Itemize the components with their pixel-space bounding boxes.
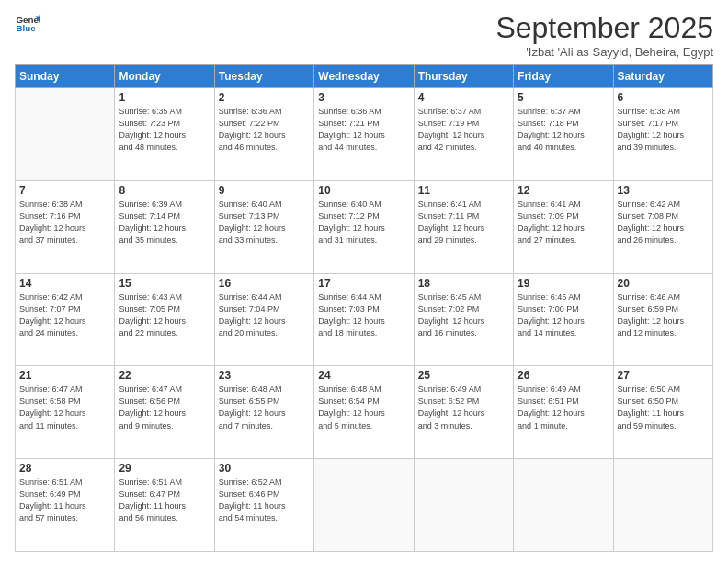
day-number: 18 [418,277,509,290]
calendar-cell: 5Sunrise: 6:37 AM Sunset: 7:18 PM Daylig… [514,88,613,181]
day-number: 24 [318,369,409,382]
day-number: 10 [318,184,409,197]
calendar-cell: 14Sunrise: 6:42 AM Sunset: 7:07 PM Dayli… [16,273,115,366]
day-number: 6 [618,91,709,104]
day-info: Sunrise: 6:51 AM Sunset: 6:47 PM Dayligh… [119,477,210,524]
day-number: 13 [618,184,709,197]
day-info: Sunrise: 6:40 AM Sunset: 7:12 PM Dayligh… [318,199,409,247]
calendar-header-row: SundayMondayTuesdayWednesdayThursdayFrid… [16,65,713,88]
day-number: 1 [119,91,210,104]
subtitle: 'Izbat 'Ali as Sayyid, Beheira, Egypt [495,45,713,59]
day-number: 29 [119,462,210,475]
day-number: 11 [418,184,509,197]
day-info: Sunrise: 6:49 AM Sunset: 6:51 PM Dayligh… [518,384,609,431]
calendar-header-wednesday: Wednesday [314,65,414,88]
calendar-cell: 9Sunrise: 6:40 AM Sunset: 7:13 PM Daylig… [214,180,313,273]
day-number: 30 [219,462,310,475]
logo: General Blue [15,11,40,37]
calendar-week-row: 1Sunrise: 6:35 AM Sunset: 7:23 PM Daylig… [16,88,713,181]
calendar-cell: 27Sunrise: 6:50 AM Sunset: 6:50 PM Dayli… [613,366,712,459]
day-info: Sunrise: 6:37 AM Sunset: 7:19 PM Dayligh… [418,106,509,154]
calendar-header-saturday: Saturday [613,65,712,88]
logo-icon: General Blue [15,11,40,37]
day-number: 3 [318,91,409,104]
calendar-cell [514,459,613,552]
calendar-cell: 18Sunrise: 6:45 AM Sunset: 7:02 PM Dayli… [414,273,513,366]
day-info: Sunrise: 6:43 AM Sunset: 7:05 PM Dayligh… [119,292,210,339]
page: General Blue September 2025 'Izbat 'Ali … [0,0,728,563]
calendar-cell: 20Sunrise: 6:46 AM Sunset: 6:59 PM Dayli… [613,273,712,366]
day-number: 26 [518,369,609,382]
calendar-cell: 2Sunrise: 6:36 AM Sunset: 7:22 PM Daylig… [214,88,313,181]
day-info: Sunrise: 6:47 AM Sunset: 6:56 PM Dayligh… [119,384,210,431]
day-info: Sunrise: 6:52 AM Sunset: 6:46 PM Dayligh… [219,477,310,524]
day-number: 19 [518,277,609,290]
calendar-cell: 16Sunrise: 6:44 AM Sunset: 7:04 PM Dayli… [214,273,313,366]
calendar-cell: 21Sunrise: 6:47 AM Sunset: 6:58 PM Dayli… [16,366,115,459]
day-info: Sunrise: 6:42 AM Sunset: 7:08 PM Dayligh… [618,199,709,247]
title-block: September 2025 'Izbat 'Ali as Sayyid, Be… [495,11,713,59]
calendar-header-sunday: Sunday [16,65,115,88]
day-number: 17 [318,277,409,290]
header: General Blue September 2025 'Izbat 'Ali … [15,11,713,59]
day-info: Sunrise: 6:36 AM Sunset: 7:22 PM Dayligh… [219,106,310,154]
calendar-cell [414,459,513,552]
day-info: Sunrise: 6:50 AM Sunset: 6:50 PM Dayligh… [618,384,709,431]
day-number: 23 [219,369,310,382]
calendar-week-row: 7Sunrise: 6:38 AM Sunset: 7:16 PM Daylig… [16,180,713,273]
day-info: Sunrise: 6:47 AM Sunset: 6:58 PM Dayligh… [19,384,110,431]
calendar-cell: 1Sunrise: 6:35 AM Sunset: 7:23 PM Daylig… [115,88,214,181]
calendar-cell: 4Sunrise: 6:37 AM Sunset: 7:19 PM Daylig… [414,88,513,181]
day-info: Sunrise: 6:46 AM Sunset: 6:59 PM Dayligh… [618,292,709,339]
calendar-cell: 30Sunrise: 6:52 AM Sunset: 6:46 PM Dayli… [214,459,313,552]
calendar-cell: 25Sunrise: 6:49 AM Sunset: 6:52 PM Dayli… [414,366,513,459]
day-number: 14 [19,277,110,290]
day-number: 22 [119,369,210,382]
day-number: 28 [19,462,110,475]
day-number: 5 [518,91,609,104]
day-number: 16 [219,277,310,290]
day-number: 15 [119,277,210,290]
calendar-cell: 23Sunrise: 6:48 AM Sunset: 6:55 PM Dayli… [214,366,313,459]
calendar-week-row: 21Sunrise: 6:47 AM Sunset: 6:58 PM Dayli… [16,366,713,459]
calendar-cell: 29Sunrise: 6:51 AM Sunset: 6:47 PM Dayli… [115,459,214,552]
day-info: Sunrise: 6:35 AM Sunset: 7:23 PM Dayligh… [119,106,210,154]
calendar-cell: 8Sunrise: 6:39 AM Sunset: 7:14 PM Daylig… [115,180,214,273]
calendar-cell: 3Sunrise: 6:36 AM Sunset: 7:21 PM Daylig… [314,88,414,181]
day-number: 20 [618,277,709,290]
calendar-cell: 15Sunrise: 6:43 AM Sunset: 7:05 PM Dayli… [115,273,214,366]
calendar-week-row: 28Sunrise: 6:51 AM Sunset: 6:49 PM Dayli… [16,459,713,552]
calendar-cell: 24Sunrise: 6:48 AM Sunset: 6:54 PM Dayli… [314,366,414,459]
calendar-header-thursday: Thursday [414,65,513,88]
calendar-week-row: 14Sunrise: 6:42 AM Sunset: 7:07 PM Dayli… [16,273,713,366]
month-title: September 2025 [495,11,713,45]
calendar-cell: 12Sunrise: 6:41 AM Sunset: 7:09 PM Dayli… [514,180,613,273]
svg-text:Blue: Blue [16,23,36,33]
calendar-cell: 6Sunrise: 6:38 AM Sunset: 7:17 PM Daylig… [613,88,712,181]
calendar-header-friday: Friday [514,65,613,88]
day-info: Sunrise: 6:38 AM Sunset: 7:17 PM Dayligh… [618,106,709,154]
day-info: Sunrise: 6:45 AM Sunset: 7:00 PM Dayligh… [518,292,609,339]
day-info: Sunrise: 6:42 AM Sunset: 7:07 PM Dayligh… [19,292,110,339]
calendar-cell: 19Sunrise: 6:45 AM Sunset: 7:00 PM Dayli… [514,273,613,366]
day-info: Sunrise: 6:39 AM Sunset: 7:14 PM Dayligh… [119,199,210,247]
day-info: Sunrise: 6:37 AM Sunset: 7:18 PM Dayligh… [518,106,609,154]
day-number: 7 [19,184,110,197]
calendar-cell: 28Sunrise: 6:51 AM Sunset: 6:49 PM Dayli… [16,459,115,552]
day-number: 8 [119,184,210,197]
day-info: Sunrise: 6:51 AM Sunset: 6:49 PM Dayligh… [19,477,110,524]
calendar-cell: 10Sunrise: 6:40 AM Sunset: 7:12 PM Dayli… [314,180,414,273]
day-number: 27 [618,369,709,382]
day-info: Sunrise: 6:36 AM Sunset: 7:21 PM Dayligh… [318,106,409,154]
day-info: Sunrise: 6:38 AM Sunset: 7:16 PM Dayligh… [19,199,110,247]
calendar-cell: 11Sunrise: 6:41 AM Sunset: 7:11 PM Dayli… [414,180,513,273]
calendar-cell [314,459,414,552]
day-info: Sunrise: 6:48 AM Sunset: 6:54 PM Dayligh… [318,384,409,431]
calendar-cell: 17Sunrise: 6:44 AM Sunset: 7:03 PM Dayli… [314,273,414,366]
day-number: 12 [518,184,609,197]
day-number: 21 [19,369,110,382]
day-info: Sunrise: 6:48 AM Sunset: 6:55 PM Dayligh… [219,384,310,431]
day-number: 4 [418,91,509,104]
day-info: Sunrise: 6:41 AM Sunset: 7:09 PM Dayligh… [518,199,609,247]
calendar-header-monday: Monday [115,65,214,88]
